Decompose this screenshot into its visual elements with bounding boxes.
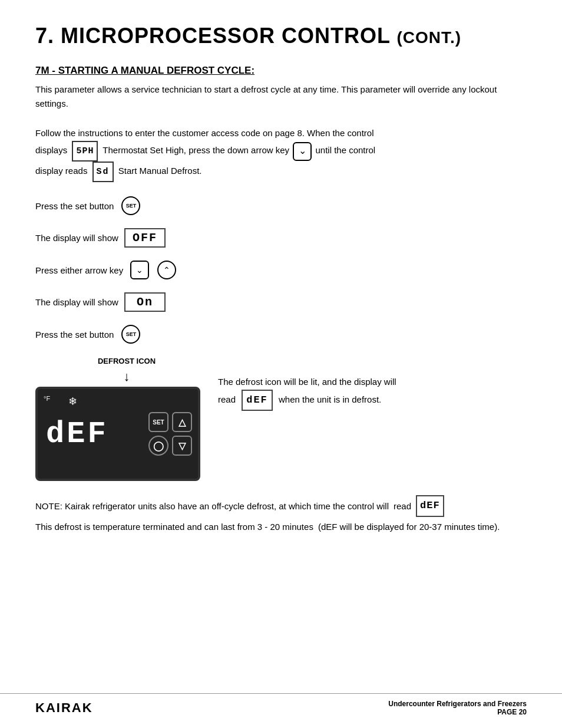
down-arrow-key-icon: ⌄ bbox=[130, 261, 149, 279]
brand-logo: KAIRAK bbox=[35, 700, 93, 716]
panel-def-text: dEF bbox=[46, 417, 108, 452]
off-display: OFF bbox=[124, 228, 166, 248]
follow-instructions: Follow the instructions to enter the cus… bbox=[35, 125, 527, 182]
panel-snowflake-icon: ❄ bbox=[68, 395, 77, 408]
page-title: 7. MICROPROCESSOR CONTROL (CONT.) bbox=[35, 24, 527, 48]
page-footer: KAIRAK Undercounter Refrigerators and Fr… bbox=[0, 693, 562, 716]
def-display: dEF bbox=[242, 390, 273, 411]
defrost-arrow-icon: ↓ bbox=[124, 369, 130, 384]
defrost-description: The defrost icon will be lit, and the di… bbox=[218, 357, 396, 411]
page-content: 7. MICROPROCESSOR CONTROL (CONT.) 7M - S… bbox=[0, 0, 562, 581]
note-section: NOTE: Kairak refrigerator units also hav… bbox=[35, 495, 527, 534]
up-arrow-key-icon: ⌃ bbox=[157, 261, 176, 279]
defrost-panel-left: DEFROST ICON ↓ °F ❄ dEF SET △ ◯ ▽ bbox=[35, 357, 218, 481]
footer-page-info: Undercounter Refrigerators and Freezers … bbox=[388, 700, 527, 716]
set-button-icon-2: SET bbox=[121, 325, 140, 344]
panel-buttons: SET △ ◯ ▽ bbox=[148, 412, 192, 456]
step-press-set-2: Press the set button SET bbox=[35, 325, 527, 344]
down-arrow-icon: ⌄ bbox=[293, 142, 312, 161]
step-display-on: The display will show On bbox=[35, 292, 527, 312]
panel-set-button: SET bbox=[148, 412, 168, 432]
set-button-icon-1: SET bbox=[121, 196, 140, 215]
defrost-icon-label: DEFROST ICON bbox=[98, 357, 156, 365]
step-display-off: The display will show OFF bbox=[35, 228, 527, 248]
panel-circle-button: ◯ bbox=[148, 436, 168, 456]
sph-display: 5PH bbox=[72, 141, 98, 162]
panel-fahrenheit-label: °F bbox=[44, 395, 50, 402]
intro-text: This parameter allows a service technici… bbox=[35, 83, 527, 111]
panel-top-buttons: SET △ bbox=[148, 412, 192, 432]
note-def-display: dEF bbox=[416, 495, 444, 517]
section-heading: 7M - STARTING A MANUAL DEFROST CYCLE: bbox=[35, 65, 527, 77]
panel-down-button: ▽ bbox=[172, 436, 192, 456]
panel-up-button: △ bbox=[172, 412, 192, 432]
defrost-section: DEFROST ICON ↓ °F ❄ dEF SET △ ◯ ▽ bbox=[35, 357, 527, 481]
defrost-control-panel: °F ❄ dEF SET △ ◯ ▽ bbox=[35, 387, 200, 481]
sd-display: Sd bbox=[92, 162, 114, 182]
step-press-set-1: Press the set button SET bbox=[35, 196, 527, 215]
step-press-arrow: Press either arrow key ⌄ ⌃ bbox=[35, 261, 527, 279]
panel-bottom-buttons: ◯ ▽ bbox=[148, 436, 192, 456]
on-display: On bbox=[124, 292, 166, 312]
